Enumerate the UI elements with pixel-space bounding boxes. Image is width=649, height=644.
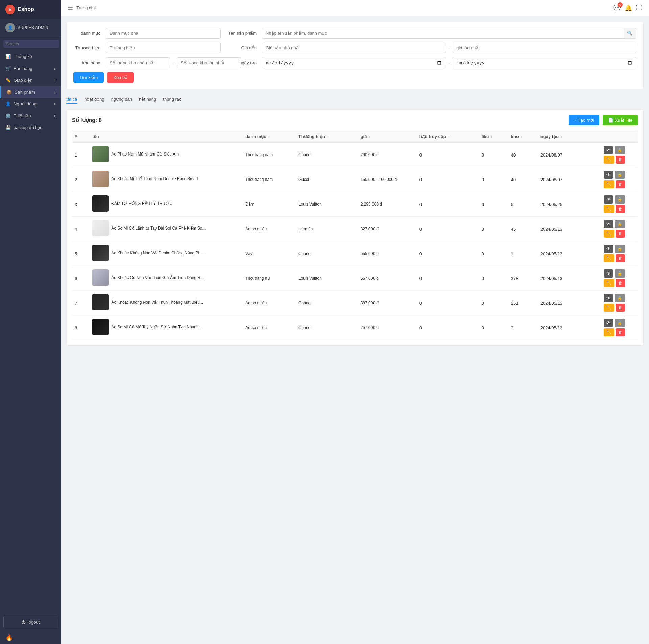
cell-actions: 👁 🔒 ✏️ 🗑 <box>591 291 638 315</box>
cell-img-name: Áo Phao Nam Mũ Nhám Cài Siêu Ấm <box>90 143 243 166</box>
view-button[interactable]: 👁 <box>604 171 613 179</box>
lock-button[interactable]: 🔒 <box>615 171 625 179</box>
cell-category: Váy <box>243 241 296 266</box>
delete-button[interactable]: 🗑 <box>616 304 625 312</box>
view-button[interactable]: 👁 <box>604 269 613 278</box>
create-new-button[interactable]: + Tạo mới <box>569 115 599 125</box>
view-button[interactable]: 👁 <box>604 319 613 327</box>
fullscreen-icon[interactable]: ⛶ <box>636 4 642 11</box>
clear-button[interactable]: Xóa bỏ <box>107 72 134 83</box>
delete-button[interactable]: 🗑 <box>616 156 625 164</box>
delete-button[interactable]: 🗑 <box>616 180 625 188</box>
table-body: 1 Áo Phao Nam Mũ Nhám Cài Siêu Ấm Thời t… <box>72 143 638 340</box>
sidebar-item-thiet-lap[interactable]: ⚙️ Thiết lập › <box>0 110 61 122</box>
sidebar-header: E Eshop <box>0 0 61 19</box>
gia-tien-label: Giá tiền <box>226 45 257 50</box>
product-name: Áo Khoác Không Nón Vải Thun Thoáng Mát B… <box>111 300 203 305</box>
view-button[interactable]: 👁 <box>604 245 613 253</box>
lock-button[interactable]: 🔒 <box>615 220 625 228</box>
edit-button[interactable]: ✏️ <box>604 328 614 336</box>
gia-max-input[interactable] <box>453 43 636 53</box>
tab-tat-ca[interactable]: tất cả <box>66 95 77 104</box>
edit-button[interactable]: ✏️ <box>604 304 614 312</box>
ngay-tao-label: ngày tạo <box>226 60 257 65</box>
message-icon[interactable]: 💬 0 <box>613 4 621 12</box>
sidebar-item-thong-ke[interactable]: 📊 Thống kê <box>0 51 61 63</box>
view-button[interactable]: 👁 <box>604 220 613 228</box>
table-row: 3 ĐẦM TƠ HỒNG BẦU LY TRƯỚC Đầm Louis Vui… <box>72 192 638 217</box>
cell-actions: 👁 🔒 ✏️ 🗑 <box>591 192 638 217</box>
cell-brand: Chanel <box>296 315 358 340</box>
edit-button[interactable]: ✏️ <box>604 205 614 213</box>
lock-button[interactable]: 🔒 <box>615 195 625 204</box>
ten-sp-search-button[interactable]: 🔍 <box>624 28 636 39</box>
kho-group: - <box>106 57 221 68</box>
sidebar-item-ban-hang[interactable]: 🛒 Bán hàng › <box>0 63 61 74</box>
hamburger-icon[interactable]: ☰ <box>68 4 73 12</box>
cell-like: 0 <box>479 315 508 340</box>
tab-ngung-ban[interactable]: ngừng bán <box>111 95 132 104</box>
sidebar-item-backup[interactable]: 💾 backup dữ liệu <box>0 122 61 134</box>
table-row: 2 Áo Khoác Ni Thể Thao Nam Double Face S… <box>72 167 638 192</box>
lock-button[interactable]: 🔒 <box>615 146 625 154</box>
lock-button[interactable]: 🔒 <box>615 319 625 327</box>
tab-het-hang[interactable]: hết hàng <box>139 95 156 104</box>
delete-button[interactable]: 🗑 <box>616 279 625 287</box>
lock-button[interactable]: 🔒 <box>615 269 625 278</box>
logout-button[interactable]: ⏻ logout <box>3 616 57 628</box>
delete-button[interactable]: 🗑 <box>616 254 625 262</box>
search-button[interactable]: Tìm kiếm <box>73 72 104 83</box>
ngay-max-input[interactable] <box>453 57 636 68</box>
cell-brand: Gucci <box>296 167 358 192</box>
search-input[interactable] <box>3 40 59 48</box>
view-button[interactable]: 👁 <box>604 294 613 302</box>
product-image <box>92 195 109 212</box>
tab-thung-rac[interactable]: thùng rác <box>163 95 181 104</box>
cell-views: 0 <box>417 217 479 241</box>
cell-category: Thời trang nam <box>243 167 296 192</box>
chevron-right-icon: › <box>54 90 55 95</box>
product-image <box>92 269 109 286</box>
edit-button[interactable]: ✏️ <box>604 180 614 188</box>
cell-price: 150,000 - 160,000 đ <box>358 167 417 192</box>
cell-img-name: Áo Khoác Ni Thể Thao Nam Double Face Sma… <box>90 167 243 190</box>
cell-like: 0 <box>479 167 508 192</box>
edit-button[interactable]: ✏️ <box>604 156 614 164</box>
view-button[interactable]: 👁 <box>604 146 613 154</box>
cell-date: 2024/08/07 <box>538 143 591 167</box>
cell-category: Áo sơ milêu <box>243 217 296 241</box>
delete-button[interactable]: 🗑 <box>616 328 625 336</box>
cell-views: 0 <box>417 291 479 315</box>
export-button[interactable]: 📄 Xuất File <box>603 115 638 125</box>
lock-button[interactable]: 🔒 <box>615 294 625 302</box>
tab-hoat-dong[interactable]: hoạt động <box>84 95 104 104</box>
cell-category: Thời trang nữ <box>243 266 296 291</box>
thuong-hieu-input[interactable] <box>106 43 221 53</box>
edit-button[interactable]: ✏️ <box>604 254 614 262</box>
filter-row-1: danh mục Tên sản phẩm 🔍 <box>73 28 636 39</box>
gia-min-input[interactable] <box>262 43 446 53</box>
col-header-price: giá ↕ <box>358 130 417 143</box>
sidebar-item-nguoi-dung[interactable]: 👤 Người dùng › <box>0 98 61 110</box>
sidebar-item-san-pham[interactable]: 📦 Sản phẩm › <box>0 86 61 98</box>
lock-button[interactable]: 🔒 <box>615 245 625 253</box>
col-header-num: # <box>72 130 90 143</box>
edit-button[interactable]: ✏️ <box>604 230 614 238</box>
delete-button[interactable]: 🗑 <box>616 230 625 238</box>
edit-button[interactable]: ✏️ <box>604 279 614 287</box>
cell-brand: Chanel <box>296 291 358 315</box>
ngay-min-input[interactable] <box>262 57 446 68</box>
delete-button[interactable]: 🗑 <box>616 205 625 213</box>
avatar: 👤 <box>5 23 15 32</box>
notification-icon[interactable]: 🔔 <box>625 4 632 12</box>
chevron-right-icon: › <box>54 113 55 118</box>
gia-dash: - <box>449 45 450 50</box>
cell-price: 387,000 đ <box>358 291 417 315</box>
table-actions: + Tạo mới 📄 Xuất File <box>569 115 638 125</box>
kho-min-input[interactable] <box>106 57 170 68</box>
ten-sp-input[interactable] <box>262 28 636 39</box>
view-button[interactable]: 👁 <box>604 195 613 204</box>
message-badge: 0 <box>618 2 623 7</box>
danh-muc-input[interactable] <box>106 28 221 39</box>
sidebar-item-giao-dien[interactable]: ✏️ Giao diện › <box>0 74 61 86</box>
